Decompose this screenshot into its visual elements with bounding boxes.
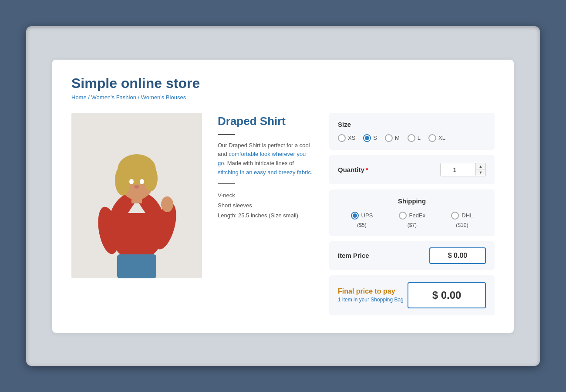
size-option-xl[interactable]: XL [428,134,445,142]
size-radio-m[interactable] [385,134,393,142]
product-details: Draped Shirt Our Draped Shirt is perfect… [218,113,313,315]
size-radio-l[interactable] [408,134,415,142]
size-radio-xl[interactable] [428,134,436,142]
quantity-section: Quantity* ▲ ▼ [329,155,495,184]
svg-point-8 [115,165,131,196]
quantity-decrement[interactable]: ▼ [476,169,485,176]
final-price-left: Final price to pay 1 item in your Shoppi… [338,287,404,303]
size-options: XS S M [338,134,486,142]
shipping-option-ups[interactable]: UPS ($5) [351,212,373,228]
size-label-m: M [395,135,400,141]
shipping-radio-dhl[interactable] [451,212,459,220]
shipping-radio-ups-inner [353,213,357,218]
final-price-label: Final price to pay [338,287,404,295]
svg-point-9 [144,165,158,191]
feature-length: Length: 25.5 inches (Size small) [218,210,313,220]
breadcrumb-subcategory[interactable]: Women's Blouses [141,94,186,101]
size-option-l[interactable]: L [408,134,421,142]
desc-part2: Made with intricate lines of [226,160,294,166]
quantity-increment[interactable]: ▲ [476,163,485,169]
size-label-l: L [418,135,421,141]
svg-rect-10 [131,195,142,203]
svg-point-13 [140,179,144,184]
svg-point-5 [161,196,173,212]
shipping-options: UPS ($5) FedEx ($7) [338,212,486,228]
quantity-input-wrap[interactable]: ▲ ▼ [440,163,486,176]
breadcrumb: Home / Women's Fashion / Women's Blouses [71,94,495,101]
size-radio-s-inner [365,136,369,140]
product-features: V-neck Short sleeves Length: 25.5 inches… [218,190,313,221]
feature-vneck: V-neck [218,190,313,200]
shipping-price-fedex: ($7) [408,222,417,228]
desc-highlight2: stitching in an easy and breezy fabric. [218,169,313,176]
breadcrumb-category[interactable]: Women's Fashion [91,94,136,101]
svg-point-12 [129,179,134,184]
product-title: Draped Shirt [218,115,313,128]
size-option-xs[interactable]: XS [338,134,355,142]
product-description: Our Draped Shirt is perfect for a cool a… [218,141,313,177]
quantity-label: Quantity* [338,166,368,173]
breadcrumb-sep2: / [136,94,141,101]
shipping-option-ups-top: UPS [351,212,373,220]
required-star: * [366,166,368,173]
shipping-label-fedex: FedEx [409,212,426,219]
breadcrumb-sep1: / [87,94,91,101]
final-price-sub: 1 item in your Shopping Bag [338,297,404,303]
product-image [71,113,202,278]
shipping-price-ups: ($5) [357,222,366,228]
item-price-label: Item Price [338,252,369,259]
item-price-section: Item Price $ 0.00 [329,241,495,270]
shipping-price-dhl: ($10) [456,222,468,228]
screen-frame: Simple online store Home / Women's Fashi… [26,26,540,366]
size-section: Size XS S [329,113,495,150]
shipping-label-ups: UPS [361,212,373,219]
final-price-value: $ 0.00 [408,282,486,308]
shipping-option-fedex[interactable]: FedEx ($7) [399,212,426,228]
final-price-section: Final price to pay 1 item in your Shoppi… [329,275,495,315]
feature-sleeves: Short sleeves [218,200,313,210]
shipping-option-dhl-top: DHL [451,212,473,220]
store-title: Simple online store [71,75,495,91]
size-option-m[interactable]: M [385,134,400,142]
item-price-value: $ 0.00 [429,247,486,264]
right-panel: Size XS S [329,113,495,315]
svg-point-14 [134,185,139,189]
svg-rect-11 [117,254,156,278]
size-label-s: S [373,135,377,141]
shipping-label-dhl: DHL [462,212,473,219]
quantity-spinners: ▲ ▼ [475,163,485,176]
breadcrumb-home[interactable]: Home [71,94,87,101]
desc-divider [218,183,235,184]
title-divider [218,134,235,135]
size-radio-xs[interactable] [338,134,346,142]
quantity-input[interactable] [441,163,475,176]
shipping-section: Shipping UPS ($5) [329,189,495,236]
main-card: Simple online store Home / Women's Fashi… [52,60,514,333]
shipping-radio-fedex[interactable] [399,212,407,220]
size-label-xs: XS [348,135,355,141]
size-label-xl: XL [438,135,445,141]
size-option-s[interactable]: S [363,134,377,142]
content-area: Draped Shirt Our Draped Shirt is perfect… [71,113,495,315]
size-label: Size [338,121,486,128]
shipping-option-dhl[interactable]: DHL ($10) [451,212,473,228]
shipping-radio-ups[interactable] [351,212,359,220]
shipping-title: Shipping [338,197,486,205]
quantity-row: Quantity* ▲ ▼ [338,163,486,176]
size-radio-s[interactable] [363,134,371,142]
shipping-option-fedex-top: FedEx [399,212,426,220]
